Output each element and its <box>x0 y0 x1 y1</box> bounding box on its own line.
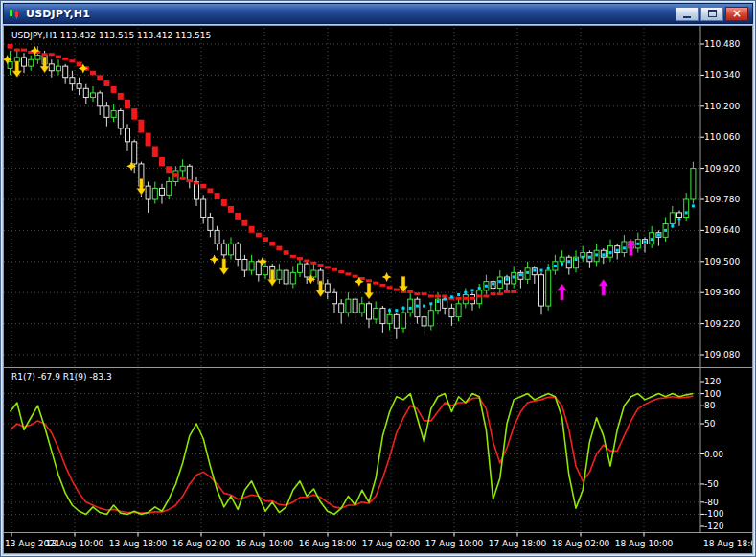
svg-text:110.480: 110.480 <box>704 39 740 49</box>
close-icon: × <box>732 8 742 20</box>
svg-text:109.920: 109.920 <box>704 164 740 174</box>
chart-icon <box>8 7 21 20</box>
titlebar[interactable]: USDJPY,H1 × <box>3 3 753 24</box>
svg-text:16 Aug 02:00: 16 Aug 02:00 <box>172 539 231 548</box>
svg-text:0.00: 0.00 <box>704 450 723 459</box>
window-controls: × <box>676 7 748 21</box>
svg-text:109.080: 109.080 <box>704 350 740 360</box>
svg-text:18 Aug 10:00: 18 Aug 10:00 <box>615 539 674 548</box>
svg-text:18 Aug 02:00: 18 Aug 02:00 <box>552 539 610 548</box>
svg-text:-100: -100 <box>704 509 724 519</box>
chart-window: USDJPY,H1 × 110.480110.340110.200110.060… <box>0 0 756 557</box>
svg-text:13 Aug 10:00: 13 Aug 10:00 <box>46 539 104 548</box>
svg-text:109.780: 109.780 <box>704 195 740 204</box>
svg-text:109.640: 109.640 <box>704 225 740 235</box>
close-button[interactable]: × <box>725 7 748 21</box>
svg-text:17 Aug 10:00: 17 Aug 10:00 <box>425 539 484 548</box>
minimize-icon <box>683 16 691 18</box>
chart-client-area: 110.480110.340110.200110.060109.920109.7… <box>3 25 753 554</box>
svg-text:110.340: 110.340 <box>704 70 740 80</box>
maximize-button[interactable] <box>700 7 723 21</box>
svg-text:109.220: 109.220 <box>704 319 740 329</box>
restore-icon <box>708 10 717 17</box>
svg-text:13 Aug 18:00: 13 Aug 18:00 <box>109 539 168 548</box>
price-chart-canvas[interactable]: 110.480110.340110.200110.060109.920109.7… <box>4 26 752 553</box>
svg-text:16 Aug 18:00: 16 Aug 18:00 <box>299 539 357 548</box>
price-axis[interactable]: 110.480110.340110.200110.060109.920109.7… <box>4 26 752 533</box>
minimize-button[interactable] <box>676 7 699 21</box>
svg-text:-120: -120 <box>704 522 724 531</box>
svg-text:109.360: 109.360 <box>704 288 740 297</box>
svg-text:17 Aug 02:00: 17 Aug 02:00 <box>362 539 421 548</box>
svg-text:109.500: 109.500 <box>704 257 740 267</box>
svg-text:16 Aug 10:00: 16 Aug 10:00 <box>236 539 294 548</box>
main-pane[interactable] <box>4 44 696 339</box>
svg-text:80: 80 <box>704 401 716 410</box>
svg-text:-80: -80 <box>704 498 719 507</box>
svg-text:-50: -50 <box>704 479 719 489</box>
svg-text:110.200: 110.200 <box>704 102 740 111</box>
svg-text:100: 100 <box>704 389 721 399</box>
svg-text:50: 50 <box>704 419 716 429</box>
time-axis[interactable]: 13 Aug 202113 Aug 10:0013 Aug 18:0016 Au… <box>5 533 752 549</box>
svg-text:17 Aug 18:00: 17 Aug 18:00 <box>489 539 547 548</box>
window-title: USDJPY,H1 <box>26 8 90 20</box>
svg-text:18 Aug 18:00: 18 Aug 18:00 <box>703 539 752 548</box>
svg-text:110.060: 110.060 <box>704 132 740 142</box>
svg-text:120: 120 <box>704 377 721 386</box>
